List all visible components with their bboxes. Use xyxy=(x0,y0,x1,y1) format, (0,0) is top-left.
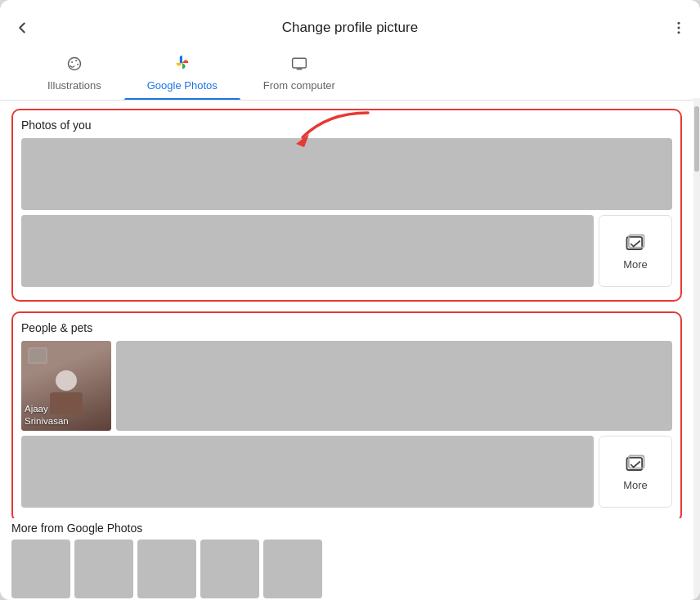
tab-google-photos[interactable]: Google Photos xyxy=(124,47,240,100)
dialog: Change profile picture Illustrations xyxy=(0,0,700,600)
main-content: Photos of you More People & p xyxy=(0,101,693,518)
svg-point-5 xyxy=(75,60,77,61)
back-button[interactable] xyxy=(13,19,39,37)
dialog-title: Change profile picture xyxy=(39,20,661,36)
svg-point-3 xyxy=(68,58,80,70)
person-head xyxy=(56,370,77,391)
photos-of-you-section: Photos of you More xyxy=(11,109,682,302)
svg-point-1 xyxy=(678,27,680,29)
tab-illustrations[interactable]: Illustrations xyxy=(25,49,124,100)
more-options-button[interactable] xyxy=(661,20,687,36)
people-pets-row-1: Ajaay Srinivasan xyxy=(21,341,672,431)
illustrations-tab-label: Illustrations xyxy=(47,79,101,92)
photos-of-you-row-1 xyxy=(21,138,672,210)
bottom-thumbs-row xyxy=(11,540,689,598)
palette-icon xyxy=(66,56,83,76)
people-pets-more-label: More xyxy=(623,479,648,491)
bottom-thumb-2[interactable] xyxy=(74,540,133,598)
photos-of-you-title: Photos of you xyxy=(21,119,672,132)
svg-point-6 xyxy=(77,64,79,65)
tab-from-computer[interactable]: From computer xyxy=(240,49,358,100)
photo-placeholder-1 xyxy=(21,138,672,210)
people-pets-title: People & pets xyxy=(21,321,672,334)
photo-placeholder-2 xyxy=(21,215,594,287)
person-thumbnail[interactable]: Ajaay Srinivasan xyxy=(21,341,111,431)
image-stack-icon xyxy=(624,232,647,255)
scrollbar-thumb[interactable] xyxy=(694,106,699,172)
svg-rect-7 xyxy=(292,58,306,68)
people-placeholder xyxy=(21,436,594,508)
google-photos-tab-label: Google Photos xyxy=(147,79,218,92)
google-photos-icon xyxy=(173,54,191,76)
scrollbar[interactable] xyxy=(693,98,700,600)
tabs: Illustrations Google Photos xyxy=(0,47,700,101)
monitor-icon xyxy=(291,56,307,76)
people-pets-row-2: More xyxy=(21,436,672,508)
bottom-thumb-5[interactable] xyxy=(263,540,322,598)
photos-of-you-more-button[interactable]: More xyxy=(599,215,672,287)
bottom-thumb-3[interactable] xyxy=(137,540,196,598)
bottom-section: More from Google Photos xyxy=(0,518,700,600)
bottom-thumb-1[interactable] xyxy=(11,540,70,598)
people-photo-wall xyxy=(116,341,672,431)
photos-of-you-row-2: More xyxy=(21,215,672,287)
svg-point-0 xyxy=(678,22,680,25)
people-pets-more-button[interactable]: More xyxy=(599,436,672,508)
person-name: Ajaay Srinivasan xyxy=(25,403,69,428)
bottom-thumb-4[interactable] xyxy=(200,540,259,598)
image-stack-icon-2 xyxy=(624,453,647,476)
people-pets-section: People & pets Ajaay Srinivasan xyxy=(11,311,682,518)
from-computer-tab-label: From computer xyxy=(263,79,335,92)
header: Change profile picture xyxy=(0,0,700,44)
photos-of-you-more-label: More xyxy=(623,258,648,271)
more-from-google-photos-title: More from Google Photos xyxy=(11,522,689,535)
svg-point-2 xyxy=(678,31,680,34)
svg-point-4 xyxy=(71,61,73,63)
